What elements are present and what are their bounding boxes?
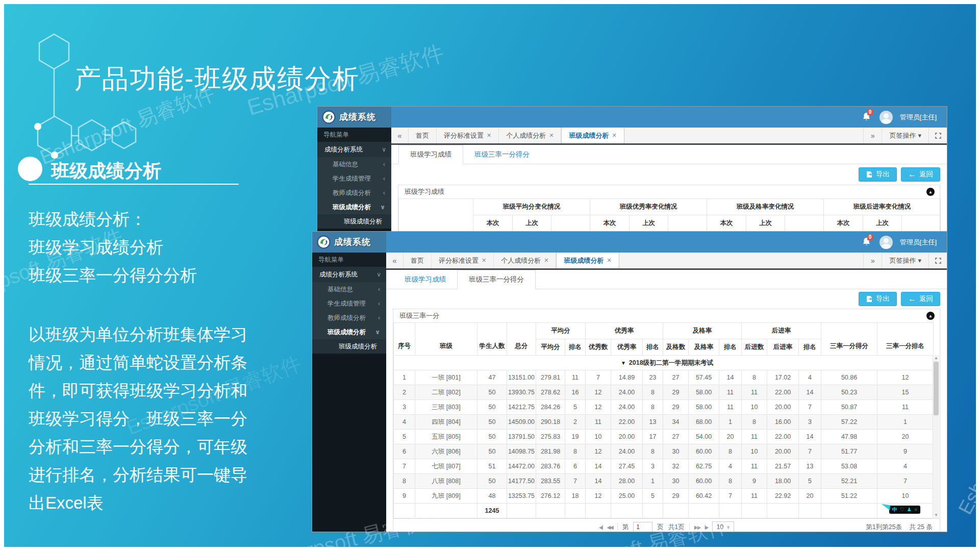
column-header[interactable]: 学生人数 (478, 323, 507, 356)
last-page-button[interactable]: ǀ▶ (705, 524, 708, 530)
column-header[interactable]: 平均分 (536, 339, 565, 356)
column-header[interactable]: 班级 (415, 323, 478, 356)
sidebar-item-class-score-analysis[interactable]: 班级成绩分析∨ (317, 200, 391, 214)
table-row[interactable]: 6六班 [806]5014098.75281.9881224.0083060.0… (394, 444, 934, 459)
tab-class-analysis[interactable]: 班级成绩分析✕ (556, 253, 619, 268)
notifications-button[interactable]: 0 (862, 237, 872, 247)
sidebar-item-score-analysis-system[interactable]: 成绩分析系统 ∨ (317, 142, 391, 157)
table-cell: 10 (742, 400, 767, 415)
tab-score-standard[interactable]: 评分标准设置✕ (432, 253, 494, 268)
table-row[interactable]: 4四班 [804]5014509.00290.1821122.00133468.… (394, 415, 934, 430)
export-button[interactable]: 导出 (859, 167, 897, 182)
exam-group-row[interactable]: ▼2018级初二第一学期期末考试 (394, 356, 934, 370)
notifications-button[interactable]: 0 (862, 112, 872, 122)
page-input[interactable] (633, 522, 652, 532)
close-icon[interactable]: ✕ (487, 132, 491, 139)
first-page-button[interactable]: ◀ǀ (599, 524, 602, 530)
fullscreen-button[interactable] (928, 253, 947, 268)
tab-operations-dropdown[interactable]: 页签操作 ▾ (882, 128, 928, 143)
user-menu[interactable]: 管理员[主任] (900, 238, 937, 247)
column-header[interactable]: 优秀率 (611, 339, 643, 356)
column-header[interactable]: 排名 (565, 339, 586, 356)
sidebar-item-student-score-mgmt[interactable]: 学生成绩管理‹ (317, 171, 391, 186)
tab-scroll-left-icon[interactable]: « (386, 253, 404, 268)
close-icon[interactable]: ✕ (544, 257, 548, 264)
subtab-three-rate-score[interactable]: 班级三率一分得分 (463, 145, 541, 164)
table-row[interactable]: 5五班 [805]5013791.50275.83191020.00172754… (394, 430, 934, 444)
sidebar-item-student-score-mgmt[interactable]: 学生成绩管理‹ (312, 296, 386, 311)
table-cell: 11 (742, 489, 767, 504)
close-icon[interactable]: ✕ (549, 132, 554, 139)
column-header[interactable]: 三率一分得分 (821, 323, 877, 356)
page-size-select[interactable]: 10 ∨ (712, 521, 734, 532)
table-cell: 1 (877, 415, 934, 430)
tab-scroll-right-icon[interactable]: » (863, 253, 882, 268)
column-header[interactable]: 排名 (719, 339, 742, 356)
table-cell: 14.89 (611, 370, 643, 385)
column-header[interactable]: 及格率 (689, 339, 719, 356)
collapse-panel-button[interactable]: ▲ (926, 188, 935, 196)
tab-score-standard[interactable]: 评分标准设置✕ (437, 128, 499, 143)
tab-class-analysis[interactable]: 班级成绩分析✕ (561, 128, 624, 143)
next-page-button[interactable]: ▶▶ (694, 524, 700, 530)
table-cell: 19 (565, 430, 586, 444)
sidebar-item-teacher-score-analysis[interactable]: 教师成绩分析‹ (317, 186, 391, 200)
scroll-up-icon[interactable]: ▲ (933, 355, 939, 361)
sidebar-item-basic-info[interactable]: 基础信息‹ (312, 282, 386, 296)
table-row[interactable]: 9九班 [809]4813253.75276.12181225.0052960.… (394, 489, 934, 504)
column-header: 本次 (707, 215, 746, 232)
column-header[interactable]: 后进数 (742, 339, 767, 356)
sidebar-item-basic-info[interactable]: 基础信息‹ (317, 157, 391, 171)
table-row[interactable]: 2二班 [802]5013930.75278.62161224.0082958.… (394, 385, 934, 400)
subtab-class-study-score[interactable]: 班级学习成绩 (393, 270, 457, 289)
column-header[interactable]: 后进率 (767, 339, 799, 356)
fullscreen-button[interactable] (928, 128, 947, 143)
avatar[interactable] (880, 111, 893, 124)
collapse-panel-button[interactable]: ▲ (926, 312, 935, 320)
caret-down-icon: ▼ (621, 360, 626, 366)
table-row[interactable]: 7七班 [807]5114472.00283.7661427.4533262.7… (394, 459, 934, 474)
table-cell: 57.45 (689, 370, 719, 385)
subtab-three-rate-score[interactable]: 班级三率一分得分 (457, 270, 536, 289)
table-cell: 17.02 (767, 370, 799, 385)
tab-home[interactable]: 首页 (404, 253, 432, 268)
sidebar-item-score-analysis-system[interactable]: 成绩分析系统 ∨ (312, 267, 386, 282)
table-row[interactable]: 1一班 [801]4713151.00279.8111714.89232757.… (394, 370, 934, 385)
column-header[interactable]: 及格数 (663, 339, 689, 356)
scrollbar-thumb[interactable] (934, 362, 939, 415)
sidebar-item-class-score-analysis[interactable]: 班级成绩分析∨ (312, 325, 386, 339)
sidebar-subitem-class-score-analysis[interactable]: 班级成绩分析 (317, 214, 391, 229)
user-menu[interactable]: 管理员[主任] (900, 113, 937, 122)
back-button[interactable]: ← 返回 (901, 167, 940, 182)
vertical-scrollbar[interactable]: ▲ ▼ (933, 355, 939, 518)
tab-operations-dropdown[interactable]: 页签操作 ▾ (882, 253, 928, 268)
sidebar-subitem-class-score-analysis[interactable]: 班级成绩分析 (312, 339, 386, 354)
tab-personal-analysis[interactable]: 个人成绩分析✕ (499, 128, 561, 143)
subtab-class-study-score[interactable]: 班级学习成绩 (398, 145, 463, 164)
ime-status-bar[interactable]: 中 ♡ ♟ ○ (889, 506, 920, 514)
avatar[interactable] (880, 236, 893, 249)
table-cell: 8 (719, 444, 742, 459)
column-header[interactable]: 三率一分排名 (877, 323, 934, 356)
tab-home[interactable]: 首页 (409, 128, 437, 143)
table-row[interactable]: 3三班 [803]5014212.75284.2651224.0082958.0… (394, 400, 934, 415)
close-icon[interactable]: ✕ (612, 132, 616, 139)
column-header[interactable]: 排名 (799, 339, 821, 356)
tab-scroll-left-icon[interactable]: « (391, 128, 409, 143)
column-header[interactable]: 总分 (507, 323, 536, 356)
tab-scroll-right-icon[interactable]: » (863, 128, 882, 143)
column-header[interactable]: 序号 (394, 323, 415, 356)
scroll-down-icon[interactable]: ▼ (933, 512, 939, 518)
sidebar-item-teacher-score-analysis[interactable]: 教师成绩分析‹ (312, 311, 386, 325)
tab-personal-analysis[interactable]: 个人成绩分析✕ (494, 253, 556, 268)
close-icon[interactable]: ✕ (482, 257, 486, 264)
export-button[interactable]: 导出 (859, 292, 897, 306)
column-header[interactable]: 排名 (643, 339, 663, 356)
prev-page-button[interactable]: ◀◀ (607, 524, 612, 530)
column-header[interactable]: 优秀数 (586, 339, 611, 356)
close-icon[interactable]: ✕ (607, 257, 611, 264)
back-button[interactable]: ← 返回 (901, 292, 940, 306)
total-row: 1245 (394, 504, 934, 518)
subtab-bar: 班级学习成绩 班级三率一分得分 (386, 270, 947, 289)
table-row[interactable]: 8八班 [808]5014177.50283.5571428.0013060.0… (394, 474, 934, 489)
